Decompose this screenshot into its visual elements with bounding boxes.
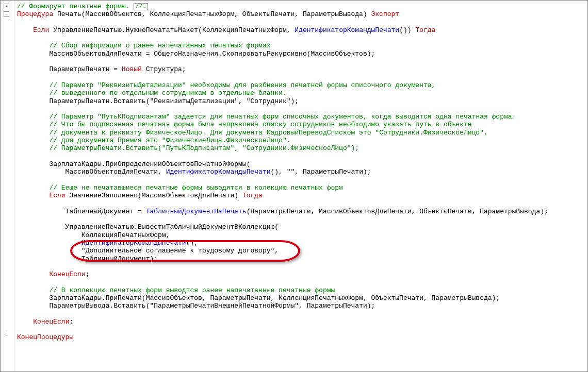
- fold-toggle-collapsed[interactable]: +: [4, 4, 9, 9]
- code-token: Процедура: [17, 10, 57, 18]
- code-token: Тогда: [242, 192, 263, 199]
- code-token: [17, 270, 49, 278]
- fold-toggle-end[interactable]: └: [4, 334, 9, 340]
- code-line[interactable]: МассивОбъектовДляПечати = ОбщегоНазначен…: [17, 50, 585, 58]
- code-line[interactable]: [17, 74, 585, 81]
- code-line[interactable]: [17, 215, 585, 223]
- code-line[interactable]: [17, 199, 585, 207]
- code-line[interactable]: ИдентификаторКомандыПечати(),: [17, 239, 585, 247]
- code-line[interactable]: [17, 326, 585, 333]
- code-token: "": [287, 168, 295, 176]
- code-line[interactable]: [17, 153, 585, 160]
- code-token: КонецЕсли: [33, 318, 69, 326]
- code-area[interactable]: // Формирует печатные формы. //…Процедур…: [17, 3, 585, 369]
- code-token: // ПараметрыПечати.Вставить("ПутьКПодпис…: [49, 144, 359, 152]
- code-line[interactable]: // для документа Премия это "ФизическиеЛ…: [17, 137, 585, 144]
- code-line[interactable]: // В коллекцию печатных форм выводтся ра…: [17, 286, 585, 294]
- code-token: [17, 137, 49, 144]
- code-token: [17, 318, 33, 326]
- code-line[interactable]: [17, 278, 585, 286]
- code-line[interactable]: ТабличныйДокумент = ТабличныйДокументНаП…: [17, 208, 585, 215]
- code-token: , ПараметрыПечати);: [295, 168, 371, 176]
- code-line[interactable]: ТабличныйДокумент);: [17, 255, 585, 263]
- code-line[interactable]: КонецПроцедуры: [17, 333, 585, 341]
- code-line[interactable]: ПараметрыВывода.Вставить("ПараметрыПечат…: [17, 302, 585, 310]
- code-token: КоллекцияПечатныхФорм,: [17, 231, 170, 239]
- code-line[interactable]: [17, 310, 585, 318]
- code-line[interactable]: // документа к реквизту ФизическоеЛицо. …: [17, 129, 585, 137]
- code-line[interactable]: ЗарплатаКадры.ПриОпределенииОбъектовПеча…: [17, 160, 585, 168]
- code-line[interactable]: // Ееще не печатавшиеся печатные формы в…: [17, 184, 585, 192]
- code-token: ПараметрыПечати =: [17, 65, 122, 73]
- code-line[interactable]: КонецЕсли;: [17, 318, 585, 326]
- code-line[interactable]: Процедура Печать(МассивОбъектов, Коллекц…: [17, 10, 585, 18]
- code-token: [17, 129, 49, 137]
- code-line[interactable]: Если УправлениеПечатью.НужноПечататьМаке…: [17, 26, 585, 34]
- code-line[interactable]: [17, 105, 585, 113]
- minus-icon: −: [5, 12, 8, 16]
- code-line[interactable]: КонецЕсли;: [17, 270, 585, 278]
- code-line[interactable]: [17, 19, 585, 26]
- code-line[interactable]: // Сбор информации о ранее напечатанных …: [17, 42, 585, 49]
- code-token: // для документа Премия это "ФизическиеЛ…: [49, 137, 290, 144]
- code-token: );: [291, 97, 299, 105]
- code-token: [17, 247, 81, 255]
- code-token: "ПараметрыПечатиВнешнейПечатнойФормы": [150, 302, 299, 310]
- code-token: ЗарплатаКадры.ПриОпределенииОбъектовПеча…: [17, 160, 250, 168]
- code-token: МассивОбъектовДляПечати,: [17, 168, 166, 176]
- code-token: ИдентификаторКомандыПечати: [81, 239, 186, 247]
- code-line[interactable]: УправлениеПечатью.ВывестиТабличныйДокуме…: [17, 223, 585, 231]
- editor-frame: + − └ // Формирует печатные формы. //…Пр…: [0, 0, 588, 372]
- fold-gutter: + − └: [1, 1, 14, 371]
- code-line[interactable]: "Дополнительное соглашение к трудовому д…: [17, 247, 585, 255]
- code-token: "Сотрудник": [247, 97, 291, 105]
- code-token: [17, 113, 49, 121]
- code-token: Экспорт: [371, 10, 400, 18]
- code-token: // В коллекцию печатных форм выводтся ра…: [49, 286, 335, 294]
- code-line[interactable]: ПараметрыПечати.Вставить("РеквизитыДетал…: [17, 97, 585, 105]
- code-token: ;: [86, 270, 90, 278]
- code-token: ИдентификаторКомандыПечати: [295, 26, 399, 34]
- code-line[interactable]: [17, 176, 585, 184]
- code-token: // документа к реквизту ФизическоеЛицо. …: [49, 129, 487, 137]
- fold-toggle-expanded[interactable]: −: [4, 11, 9, 17]
- code-line[interactable]: ЗарплатаКадры.ПриПечати(МассивОбъектов, …: [17, 294, 585, 302]
- code-token: [17, 26, 33, 34]
- code-token: (),: [271, 168, 287, 176]
- code-token: ТабличныйДокумент);: [17, 255, 158, 263]
- code-token: // Параметр "РеквизитыДетализации" необх…: [49, 81, 435, 89]
- code-token: [17, 121, 49, 128]
- code-line[interactable]: // выведенного по отдельным сотрудникам …: [17, 89, 585, 97]
- code-token: ТабличныйДокумент =: [17, 208, 146, 215]
- code-line[interactable]: // ПараметрыПечати.Вставить("ПутьКПодпис…: [17, 144, 585, 152]
- code-token: ПараметрыВывода.Вставить(: [17, 302, 150, 310]
- code-line[interactable]: // Что бы подписанная печатная форма был…: [17, 121, 585, 128]
- code-token: [17, 81, 49, 89]
- code-token: [17, 239, 81, 247]
- code-token: УправлениеПечатью.НужноПечататьМакет(Кол…: [53, 26, 295, 34]
- code-token: //…: [134, 3, 148, 10]
- code-token: [17, 184, 49, 192]
- code-line[interactable]: Если ЗначениеЗаполнено(МассивОбъектовДля…: [17, 192, 585, 199]
- code-token: // Что бы подписанная печатная форма был…: [49, 121, 471, 128]
- code-token: // Сбор информации о ранее напечатанных …: [49, 42, 270, 49]
- code-token: Тогда: [415, 26, 435, 34]
- code-line[interactable]: МассивОбъектовДляПечати, ИдентификаторКо…: [17, 168, 585, 176]
- code-token: [17, 286, 49, 294]
- end-bracket-icon: └: [5, 334, 8, 338]
- code-line[interactable]: // Параметр "ПутьКПодписантам" задается …: [17, 113, 585, 121]
- code-line[interactable]: // Формирует печатные формы. //…: [17, 3, 585, 10]
- code-line[interactable]: [17, 34, 585, 42]
- plus-icon: +: [5, 5, 8, 9]
- code-line[interactable]: [17, 58, 585, 65]
- code-token: ТабличныйДокументНаПечать: [146, 208, 247, 215]
- code-line[interactable]: ПараметрыПечати = Новый Структура;: [17, 65, 585, 73]
- code-line[interactable]: // Параметр "РеквизитыДетализации" необх…: [17, 81, 585, 89]
- code-token: [17, 144, 49, 152]
- code-line[interactable]: [17, 263, 585, 270]
- code-token: УправлениеПечатью.ВывестиТабличныйДокуме…: [17, 223, 279, 231]
- code-token: МассивОбъектовДляПечати = ОбщегоНазначен…: [17, 50, 375, 58]
- code-line[interactable]: КоллекцияПечатныхФорм,: [17, 231, 585, 239]
- code-token: КонецПроцедуры: [17, 333, 73, 341]
- code-token: Новый: [122, 65, 146, 73]
